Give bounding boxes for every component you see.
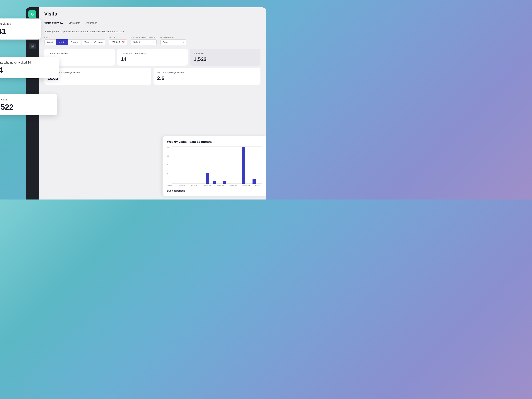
period-quarter[interactable]: Quarter [68, 39, 82, 45]
x-axis-labels: Week 1 Week 5 Week 12 Week 16 Week 21 We… [167, 185, 262, 187]
chart-area: 0 4 8 12 16 [167, 147, 262, 184]
never-visited-label: Clients who never visited [121, 52, 184, 55]
never-visited-value: 14 [121, 56, 184, 62]
tabs-nav: Visits overview Visits data Insurance [44, 19, 260, 26]
chart-inner [172, 147, 262, 184]
calendar-icon: 📅 [122, 41, 125, 44]
active-member-select[interactable]: Select ▾ [131, 39, 157, 45]
filters-row: Period Week Month Quarter Year Custom Mo… [44, 36, 260, 45]
all-avg-label: All - average days visited [157, 71, 257, 74]
total-visits-label: Total visits [194, 52, 257, 55]
bar-week21 [223, 181, 226, 184]
tab-insurance[interactable]: Insurance [86, 19, 97, 26]
total-visits-value: 1,522 [194, 56, 257, 62]
y-axis-labels: 0 4 8 12 16 [167, 147, 171, 184]
month-filter: Month 2023-11 📅 [109, 36, 127, 45]
all-avg-value: 2.6 [157, 75, 257, 81]
floating-total-value: 1,522 [0, 103, 52, 112]
card-visitors-avg: Visitors - average days visited 55.5 [44, 68, 151, 85]
trial-filter: Is trial (Yes/No) Select ▾ [160, 36, 186, 45]
period-week[interactable]: Week [44, 39, 56, 45]
floating-card-visited: Clients who visited 1,241 [0, 19, 41, 39]
bar-week16 [206, 173, 209, 184]
floating-visited-label: Clients who visited [0, 22, 35, 25]
chevron-down-icon-2: ▾ [183, 41, 184, 43]
h-line-12 [172, 156, 262, 156]
visitors-avg-label: Visitors - average days visited [48, 71, 148, 74]
card-all-avg: All - average days visited 2.6 [153, 68, 260, 85]
stats-grid: Clients who visited 41 Clients who never… [44, 49, 260, 66]
floating-card-never-visited: Clients who never visited 14 14 [0, 57, 59, 78]
tab-visits-overview[interactable]: Visits overview [44, 19, 63, 26]
trial-select[interactable]: Select ▾ [160, 39, 186, 45]
logo[interactable]: G [28, 10, 36, 18]
clients-visited-label: Clients who visited [48, 52, 111, 55]
chart-popup: Weekly visits - past 12 months 0 4 8 12 … [163, 136, 266, 196]
period-filter: Period Week Month Quarter Year Custom [44, 36, 105, 45]
bar-week17 [213, 181, 216, 184]
busiest-periods-label: Busiest periods [167, 189, 262, 192]
top-bar: Visits Visits overview Visits data Insur… [39, 7, 266, 26]
h-line-8 [172, 165, 262, 165]
floating-card-total: Total visits 1,522 [0, 94, 57, 115]
floating-visited-value: 1,241 [0, 27, 35, 36]
device-frame: G ≡ ⊞ ▣ Visits Visits overview Visits da… [26, 7, 266, 200]
bar-week33 [253, 179, 256, 184]
h-line-16 [172, 146, 262, 147]
chevron-down-icon: ▾ [153, 41, 154, 43]
floating-total-label: Total visits [0, 98, 52, 101]
active-member-filter: Is active Member (Yes/No) Select ▾ [131, 36, 157, 45]
tab-visits-data[interactable]: Visits data [69, 19, 80, 26]
stat-card-never-visited: Clients who never visited 14 [117, 49, 188, 66]
bottom-stats: Visitors - average days visited 55.5 All… [44, 68, 260, 85]
period-custom[interactable]: Custom [92, 39, 106, 45]
period-year[interactable]: Year [82, 39, 92, 45]
floating-never-label: Clients who never visited 14 [0, 61, 54, 64]
date-input[interactable]: 2023-11 📅 [109, 39, 127, 45]
stat-card-total-visits: Total visits 1,522 [190, 49, 260, 66]
visitors-avg-value: 55.5 [48, 75, 148, 81]
content-area: Showing the in depth visit details for y… [39, 26, 266, 88]
bar-week29 [242, 147, 245, 184]
period-group: Week Month Quarter Year Custom [44, 39, 105, 45]
subtitle: Showing the in depth visit details for y… [44, 30, 260, 33]
period-month[interactable]: Month [56, 39, 68, 45]
h-line-4 [172, 174, 262, 174]
page-title: Visits [44, 11, 260, 17]
chart-title: Weekly visits - past 12 months [167, 140, 262, 144]
floating-never-value: 14 [0, 66, 54, 75]
sidebar-icon-box[interactable]: ▣ [29, 43, 36, 49]
